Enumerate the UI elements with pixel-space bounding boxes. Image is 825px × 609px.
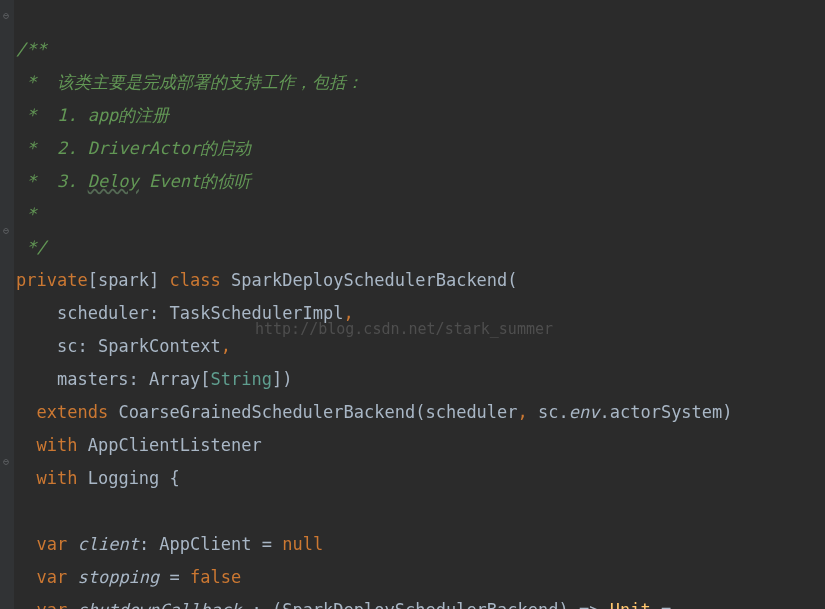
editor-gutter: ⊖ ⊖ ⊖ [0,0,14,609]
keyword-var: var [36,567,67,587]
type-unit: Unit [610,600,651,609]
keyword-false: false [190,567,241,587]
doc-comment-line: * 该类主要是完成部署的支持工作，包括： [16,72,363,92]
code-line: with Logging { [16,468,180,488]
keyword-with: with [36,468,77,488]
doc-comment-line: */ [16,237,47,257]
class-name: SparkDeploySchedulerBackend [231,270,507,290]
doc-comment-line: * 1. app的注册 [16,105,169,125]
code-editor-area[interactable]: /** * 该类主要是完成部署的支持工作，包括： * 1. app的注册 * 2… [0,0,825,609]
code-line: masters: Array[String]) [16,369,292,389]
var-stopping: stopping [77,567,159,587]
code-line: sc: SparkContext, [16,336,231,356]
code-line: var stopping = false [16,567,241,587]
keyword-private: private [16,270,88,290]
fold-marker-icon[interactable]: ⊖ [3,11,9,21]
code-line: extends CoarseGrainedSchedulerBackend(sc… [16,402,733,422]
keyword-var: var [36,534,67,554]
var-shutdown-callback: shutdownCallback [77,600,241,609]
keyword-var: var [36,600,67,609]
blank-line [16,501,26,521]
keyword-extends: extends [36,402,108,422]
keyword-class: class [170,270,221,290]
code-line: scheduler: TaskSchedulerImpl, [16,303,354,323]
doc-comment-line: * 3. Deloy Event的侦听 [16,171,251,191]
code-line: private[spark] class SparkDeploySchedule… [16,270,518,290]
field-env: env [569,402,600,422]
doc-comment-line: /** [16,39,47,59]
code-line: var shutdownCallback : (SparkDeploySched… [16,600,692,609]
fold-marker-icon[interactable]: ⊖ [3,457,9,467]
doc-comment-line: * [16,204,36,224]
code-line: var client: AppClient = null [16,534,323,554]
typo-underline: Deloy [88,171,139,191]
code-line: with AppClientListener [16,435,262,455]
var-client: client [77,534,138,554]
keyword-null: null [282,534,323,554]
keyword-with: with [36,435,77,455]
doc-comment-line: * 2. DriverActor的启动 [16,138,251,158]
fold-marker-icon[interactable]: ⊖ [3,226,9,236]
type-string: String [211,369,272,389]
